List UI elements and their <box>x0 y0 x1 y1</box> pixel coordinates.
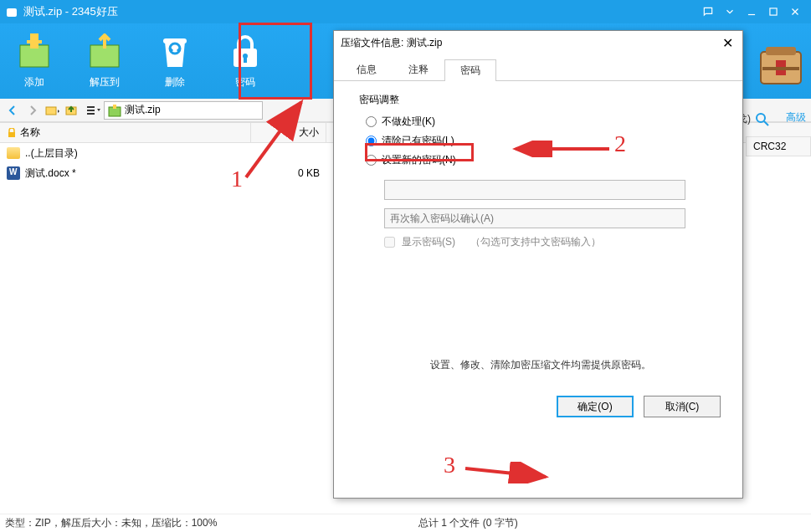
add-button[interactable]: 添加 <box>0 27 69 95</box>
svg-rect-0 <box>7 8 17 17</box>
lock-small-icon <box>7 128 17 138</box>
svg-rect-19 <box>113 105 116 109</box>
chat-icon[interactable] <box>697 1 719 23</box>
ok-button[interactable]: 确定(O) <box>557 396 634 417</box>
dropdown-icon[interactable] <box>719 1 741 23</box>
window-title: 测试.zip - 2345好压 <box>23 4 118 19</box>
annotation-number-3: 3 <box>444 452 455 478</box>
tab-comment[interactable]: 注释 <box>393 59 444 80</box>
up-button[interactable] <box>64 101 82 120</box>
password-input[interactable] <box>384 180 685 200</box>
list-view-dropdown[interactable] <box>84 101 102 120</box>
column-crc[interactable]: CRC32 <box>746 136 811 156</box>
back-button[interactable] <box>3 101 22 120</box>
column-size[interactable]: 大小 <box>251 123 326 142</box>
svg-rect-7 <box>27 40 42 43</box>
close-icon[interactable] <box>784 1 806 23</box>
maximize-icon[interactable] <box>762 1 784 23</box>
folder-dropdown[interactable] <box>44 101 62 120</box>
extract-label: 解压到 <box>90 75 120 90</box>
dialog-file-info: 压缩文件信息: 测试.zip ✕ 信息 注释 密码 密码调整 不做处理(K) 清… <box>333 30 743 499</box>
svg-rect-26 <box>8 132 15 137</box>
svg-rect-23 <box>766 47 796 55</box>
add-label: 添加 <box>24 75 44 90</box>
delete-label: 删除 <box>165 75 185 90</box>
dialog-title: 压缩文件信息: 测试.zip <box>341 36 442 50</box>
svg-rect-13 <box>46 107 56 115</box>
annotation-highlight-2 <box>365 143 474 161</box>
status-left: 类型：ZIP，解压后大小：未知，压缩比：100% <box>5 516 217 530</box>
titlebar: 测试.zip - 2345好压 <box>0 0 811 23</box>
archive-large-icon <box>756 38 806 89</box>
search-icon[interactable] <box>756 113 769 126</box>
status-right: 总计 1 个文件 (0 字节) <box>418 516 518 530</box>
delete-button[interactable]: 删除 <box>141 27 209 95</box>
path-input[interactable]: 测试.zip <box>104 101 263 120</box>
show-password-label: 显示密码(S) <box>402 235 455 249</box>
radio-none[interactable]: 不做处理(K) <box>361 112 726 131</box>
dialog-tabs: 信息 注释 密码 <box>334 59 742 81</box>
extract-button[interactable]: 解压到 <box>70 27 139 95</box>
forward-button[interactable] <box>23 101 42 120</box>
dialog-note: 设置、修改、清除加密压缩文件均需提供原密码。 <box>356 358 726 372</box>
archive-icon <box>108 104 121 117</box>
show-password-checkbox[interactable] <box>384 237 395 248</box>
app-icon <box>5 5 18 18</box>
annotation-number-1: 1 <box>231 166 243 192</box>
folder-icon <box>7 147 20 159</box>
advanced-link[interactable]: 高级 <box>786 110 806 125</box>
tab-password[interactable]: 密码 <box>444 59 496 81</box>
trash-icon <box>155 33 195 70</box>
dialog-titlebar: 压缩文件信息: 测试.zip ✕ <box>334 31 742 54</box>
cancel-button[interactable]: 取消(C) <box>644 396 721 417</box>
svg-rect-25 <box>762 67 799 70</box>
group-label: 密码调整 <box>359 93 726 107</box>
annotation-highlight-1 <box>239 23 312 100</box>
tab-info[interactable]: 信息 <box>341 59 393 80</box>
dialog-close-button[interactable]: ✕ <box>719 35 736 51</box>
extract-box-icon <box>85 33 125 70</box>
show-password-hint: （勾选可支持中文密码输入） <box>470 235 601 249</box>
minimize-icon[interactable] <box>741 1 762 23</box>
svg-point-20 <box>757 114 765 122</box>
docx-icon <box>7 166 20 180</box>
status-bar: 类型：ZIP，解压后大小：未知，压缩比：100% 总计 1 个文件 (0 字节) <box>0 514 811 532</box>
column-name[interactable]: 名称 <box>0 123 251 142</box>
password-confirm-input[interactable] <box>384 208 685 228</box>
path-text: 测试.zip <box>125 103 161 117</box>
annotation-number-2: 2 <box>614 130 626 157</box>
svg-line-21 <box>764 121 768 125</box>
add-box-icon <box>14 33 54 70</box>
svg-rect-2 <box>770 8 777 15</box>
